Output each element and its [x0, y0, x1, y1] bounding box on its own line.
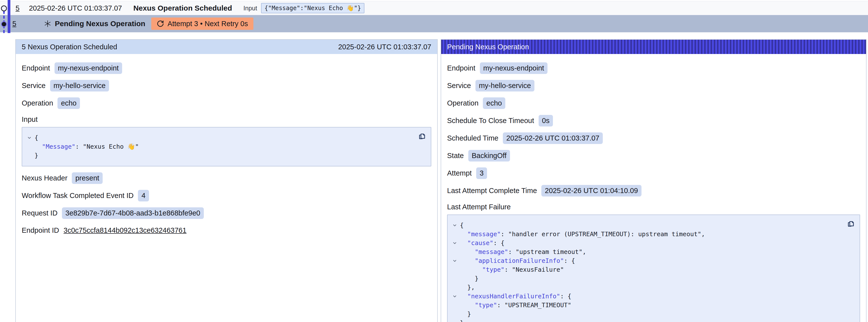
code-line: "Message": "Nexus Echo 👋" [24, 142, 413, 151]
json-key: "cause" [467, 239, 493, 247]
field-value-link[interactable]: 3c0c75ccfa8144b092c13ce632463761 [64, 226, 187, 234]
code-line: } [24, 151, 413, 160]
code-line: } [450, 319, 842, 322]
json-text: { [35, 134, 38, 141]
field-value-badge: 2025-02-26 UTC 01:04:10.09 [541, 185, 641, 196]
event-timestamp: 2025-02-26 UTC 01:03:37.07 [29, 4, 122, 12]
field-value-badge: BackingOff [468, 150, 510, 161]
json-key: "Message" [42, 143, 75, 150]
code-line: } [450, 274, 842, 283]
field-value-badge: echo [483, 97, 505, 109]
fields-top: Endpointmy-nexus-endpointServicemy-hello… [447, 62, 860, 196]
json-text: { [460, 222, 464, 229]
scheduled-panel-header: 5 Nexus Operation Scheduled 2025-02-26 U… [16, 40, 437, 54]
collapse-chevron-icon[interactable] [450, 221, 460, 228]
field-label: Scheduled Time [447, 134, 498, 142]
asterisk-icon [44, 20, 51, 27]
field-label: Last Attempt Complete Time [447, 187, 537, 195]
panel-title: Pending Nexus Operation [447, 43, 529, 51]
code-line: { [24, 133, 413, 142]
event-history-rows: 5 2025-02-26 UTC 01:03:37.07 Nexus Opera… [0, 0, 868, 32]
json-text: : "NexusFailure" [504, 266, 564, 273]
code-line: "cause": { [450, 239, 842, 248]
code-gutter [450, 283, 460, 285]
field-label: Attempt [447, 169, 472, 177]
timeline-marker-open[interactable] [1, 5, 7, 11]
field-row-operation: Operationecho [22, 97, 431, 109]
json-text: : "handler error (UPSTREAM_TIMEOUT): ups… [501, 230, 705, 238]
pending-panel-header: Pending Nexus Operation [441, 40, 866, 54]
panel-title: 5 Nexus Operation Scheduled [22, 43, 117, 51]
field-value-badge: 2025-02-26 UTC 01:03:37.07 [503, 132, 603, 144]
field-row-schedule-to-close-timeout: Schedule To Close Timeout0s [447, 115, 860, 127]
field-value-badge: 4 [138, 190, 149, 201]
copy-button[interactable] [846, 219, 856, 229]
field-row-endpoint: Endpointmy-nexus-endpoint [447, 62, 860, 74]
code-gutter [450, 274, 460, 276]
code-line: "type": "UPSTREAM_TIMEOUT" [450, 301, 842, 310]
code-gutter [24, 151, 35, 153]
copy-icon [418, 132, 426, 140]
code-gutter [450, 265, 460, 267]
event-detail-panels: 5 Nexus Operation Scheduled 2025-02-26 U… [15, 39, 867, 322]
json-key: "message" [467, 230, 501, 238]
code-line: "applicationFailureInfo": { [450, 256, 842, 265]
field-value-badge: echo [58, 97, 80, 109]
retry-icon [157, 20, 164, 27]
panel-timestamp: 2025-02-26 UTC 01:03:37.07 [338, 43, 431, 51]
attempt-badge-label: Attempt 3 • Next Retry 0s [167, 20, 248, 28]
field-row-nexus-header: Nexus Headerpresent [22, 172, 431, 184]
scheduled-event-panel: 5 Nexus Operation Scheduled 2025-02-26 U… [15, 39, 438, 322]
code-line: } [450, 310, 842, 319]
field-label: Endpoint [22, 64, 50, 72]
field-row-endpoint: Endpointmy-nexus-endpoint [22, 62, 431, 74]
scheduled-panel-body: Endpointmy-nexus-endpointServicemy-hello… [16, 54, 437, 248]
event-title: Nexus Operation Scheduled [133, 4, 232, 12]
json-key: "message" [475, 248, 508, 255]
json-text: } [467, 311, 471, 318]
code-line: "nexusHandlerFailureInfo": { [450, 292, 842, 301]
field-row-attempt: Attempt3 [447, 167, 860, 179]
event-row-pending-selected[interactable]: 5 Pending Nexus Operation Attempt 3 • Ne… [0, 15, 868, 32]
field-row-operation: Operationecho [447, 97, 860, 109]
json-text: : "upstream timeout", [508, 248, 586, 255]
collapse-chevron-icon[interactable] [450, 239, 460, 246]
failure-code-lines: {"message": "handler error (UPSTREAM_TIM… [450, 221, 842, 322]
json-text: } [35, 152, 38, 159]
code-line: }, [450, 283, 842, 292]
input-section-label: Input [22, 116, 431, 124]
field-label: Schedule To Close Timeout [447, 117, 534, 125]
field-row-endpoint-id: Endpoint ID3c0c75ccfa8144b092c13ce632463… [22, 225, 431, 236]
timeline-marker-filled[interactable] [1, 21, 7, 27]
event-id-link[interactable]: 5 [16, 4, 20, 12]
json-text: } [460, 319, 464, 322]
field-label: Endpoint ID [22, 226, 59, 234]
field-row-service: Servicemy-hello-service [22, 80, 431, 92]
collapse-chevron-icon[interactable] [450, 256, 460, 263]
json-text: : { [560, 293, 571, 300]
field-value-badge: my-nexus-endpoint [55, 62, 122, 74]
field-label: Nexus Header [22, 174, 67, 182]
json-text: : { [564, 257, 575, 264]
input-preview-chip: {"Message":"Nexus Echo 👋"} [261, 3, 365, 13]
field-row-last-attempt-complete-time: Last Attempt Complete Time2025-02-26 UTC… [447, 185, 860, 196]
json-key: "type" [482, 266, 504, 273]
field-value-badge: 0s [538, 115, 553, 127]
field-row-service: Servicemy-hello-service [447, 80, 860, 92]
code-gutter [450, 230, 460, 232]
collapse-chevron-icon[interactable] [450, 292, 460, 299]
fields-bottom: Nexus HeaderpresentWorkflow Task Complet… [22, 172, 431, 236]
code-line: "message": "handler error (UPSTREAM_TIME… [450, 230, 842, 239]
collapse-chevron-icon[interactable] [24, 133, 35, 140]
code-line: "message": "upstream timeout", [450, 248, 842, 256]
field-value-badge: my-hello-service [50, 80, 109, 92]
field-value-badge: 3e829b7e-7d67-4b08-aad3-b1e868bfe9e0 [62, 207, 204, 219]
pending-panel-body: Endpointmy-nexus-endpointServicemy-hello… [441, 54, 866, 322]
copy-button[interactable] [417, 131, 427, 141]
pending-operation-title: Pending Nexus Operation [55, 20, 145, 28]
timeline-gutter [0, 0, 15, 33]
code-gutter [450, 248, 460, 250]
field-value-badge: my-hello-service [475, 80, 534, 92]
event-row-scheduled[interactable]: 5 2025-02-26 UTC 01:03:37.07 Nexus Opera… [0, 1, 868, 15]
failure-section-label: Last Attempt Failure [447, 203, 860, 211]
